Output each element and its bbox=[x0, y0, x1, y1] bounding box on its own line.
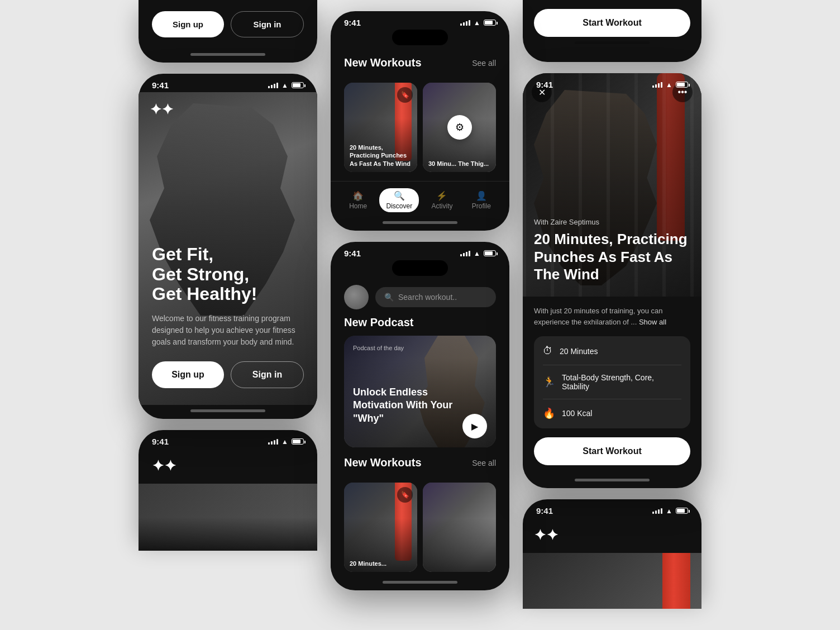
hw-card1-title: 20 Minutes... bbox=[350, 560, 412, 567]
hero-background: ✦✦ Get Fit,Get Strong,Get Healthy! Welco… bbox=[139, 92, 317, 405]
home-indicator-discover bbox=[383, 221, 457, 224]
detail-phone: 9:41 ▲ ✕ ••• bbox=[523, 73, 701, 488]
stat-calories: 🔥 100 Kcal bbox=[543, 407, 681, 419]
nav-activity[interactable]: ⚡ Activity bbox=[424, 188, 459, 212]
search-input[interactable]: Search workout.. bbox=[398, 293, 457, 302]
type-value: Total-Body Strength, Core, Stability bbox=[562, 373, 681, 391]
status-bar-detail: 9:41 ▲ bbox=[523, 73, 701, 92]
battery-detail bbox=[676, 82, 688, 88]
status-bar-partial: 9:41 ▲ bbox=[139, 430, 317, 448]
home-icon: 🏠 bbox=[352, 190, 364, 201]
home-phone: 9:41 ▲ 🔍 Search workout.. bbox=[331, 242, 509, 590]
left-top-partial: Sign up Sign in bbox=[139, 0, 317, 63]
home-workout-cards: 🔖 20 Minutes... bbox=[331, 483, 509, 576]
status-icons-bottom-partial: ▲ bbox=[652, 507, 688, 515]
status-bar-home: 9:41 ▲ bbox=[331, 242, 509, 260]
battery-discover bbox=[484, 20, 496, 26]
hero-info: With Zaire Septimus 20 Minutes, Practici… bbox=[534, 218, 690, 283]
wifi-partial: ▲ bbox=[281, 438, 288, 446]
time-partial: 9:41 bbox=[152, 437, 169, 446]
signal-discover bbox=[460, 20, 470, 26]
signin-button-partial[interactable]: Sign in bbox=[231, 11, 304, 37]
wifi-icon: ▲ bbox=[281, 82, 288, 89]
home-workouts-header: New Workouts See all bbox=[331, 456, 509, 483]
nav-discover[interactable]: 🔍 Discover bbox=[379, 188, 419, 212]
status-icons: ▲ bbox=[268, 82, 304, 89]
podcast-card[interactable]: Podcast of the day Unlock Endless Motiva… bbox=[344, 336, 496, 447]
status-icons-discover: ▲ bbox=[460, 19, 496, 27]
podcast-title: Unlock Endless Motivation With Your "Why… bbox=[353, 386, 462, 425]
partial-hero-bottom bbox=[523, 553, 701, 609]
bookmark-icon-home[interactable]: 🔖 bbox=[397, 487, 413, 503]
right-top-partial: Start Workout bbox=[523, 0, 701, 62]
time-bottom-partial: 9:41 bbox=[536, 506, 553, 516]
discover-phone: 9:41 ▲ New Workouts See all bbox=[331, 11, 509, 231]
home-see-all[interactable]: See all bbox=[472, 459, 496, 467]
duration-value: 20 Minutes bbox=[560, 347, 598, 356]
signin-button[interactable]: Sign in bbox=[231, 361, 304, 388]
search-input-wrap[interactable]: 🔍 Search workout.. bbox=[375, 287, 496, 307]
right-column: Start Workout 9:41 ▲ bbox=[523, 11, 701, 609]
status-bar-phone1: 9:41 ▲ bbox=[139, 74, 317, 92]
stat-type: 🏃 Total-Body Strength, Core, Stability bbox=[543, 373, 681, 391]
filter-button[interactable]: ⚙ bbox=[447, 115, 472, 140]
wifi-home: ▲ bbox=[474, 250, 480, 257]
signal-detail bbox=[652, 82, 662, 88]
gradient-overlay bbox=[139, 517, 317, 551]
right-bottom-partial: 9:41 ▲ ✦✦ bbox=[523, 499, 701, 609]
stat-divider-1 bbox=[543, 365, 681, 365]
start-workout-btn-top[interactable]: Start Workout bbox=[534, 9, 690, 37]
status-icons-home: ▲ bbox=[460, 250, 496, 257]
podcast-label: Podcast of the day bbox=[353, 345, 404, 351]
signal-bottom-partial bbox=[652, 508, 662, 514]
podcast-section: New Podcast Podcast of the day Unlock En… bbox=[331, 316, 509, 456]
hw-card2-overlay bbox=[423, 483, 496, 572]
dynamic-island-discover bbox=[392, 30, 448, 45]
nav-profile[interactable]: 👤 Profile bbox=[465, 188, 498, 212]
nav-home[interactable]: 🏠 Home bbox=[342, 188, 374, 212]
nav-profile-label: Profile bbox=[472, 202, 491, 210]
auth-buttons: Sign up Sign in bbox=[152, 361, 304, 388]
play-button[interactable]: ▶ bbox=[462, 414, 487, 438]
avatar-image bbox=[344, 285, 369, 309]
status-icons-partial: ▲ bbox=[268, 438, 304, 446]
signup-button[interactable]: Sign up bbox=[152, 361, 224, 388]
new-workouts-header: New Workouts See all bbox=[344, 56, 496, 69]
home-workout-card-1[interactable]: 🔖 20 Minutes... bbox=[344, 483, 417, 572]
home-indicator-partial bbox=[190, 53, 265, 56]
status-icons-detail: ▲ bbox=[652, 81, 688, 89]
stats-card: ⏱ 20 Minutes 🏃 Total-Body Strength, Core… bbox=[534, 336, 690, 428]
workout-title: 20 Minutes, Practicing Punches As Fast A… bbox=[534, 231, 690, 283]
workout-cards: 🔖 20 Minutes, Practicing Punches As Fast… bbox=[331, 83, 509, 181]
discover-icon: 🔍 bbox=[394, 190, 405, 201]
onboarding-subtext: Welcome to our fitness training program … bbox=[152, 313, 304, 348]
time-display: 9:41 bbox=[152, 80, 169, 90]
see-all-btn[interactable]: See all bbox=[472, 59, 496, 68]
signal-home bbox=[460, 251, 470, 256]
home-workouts-row: New Workouts See all bbox=[344, 456, 496, 469]
home-workout-card-2[interactable] bbox=[423, 483, 496, 572]
user-avatar bbox=[344, 285, 369, 309]
logo-bottom-partial: ✦✦ bbox=[523, 518, 701, 553]
workout-card-1[interactable]: 🔖 20 Minutes, Practicing Punches As Fast… bbox=[344, 83, 417, 172]
signup-button-partial[interactable]: Sign up bbox=[152, 11, 224, 37]
onboarding-content: Get Fit,Get Strong,Get Healthy! Welcome … bbox=[152, 245, 304, 388]
detail-hero: ✕ ••• With Zaire Septimus 20 Minutes, Pr… bbox=[523, 73, 701, 297]
time-home: 9:41 bbox=[344, 249, 361, 258]
battery-bottom-partial bbox=[676, 508, 688, 514]
start-workout-button[interactable]: Start Workout bbox=[534, 437, 690, 465]
bookmark-icon-1[interactable]: 🔖 bbox=[397, 87, 413, 103]
onboarding-headline: Get Fit,Get Strong,Get Healthy! bbox=[152, 245, 304, 304]
battery-icon bbox=[292, 82, 304, 88]
show-more-link[interactable]: Show all bbox=[639, 318, 666, 326]
time-detail: 9:41 bbox=[536, 80, 553, 89]
partial-hero bbox=[139, 484, 317, 551]
new-workouts-title: New Workouts bbox=[344, 56, 422, 69]
search-row: 🔍 Search workout.. bbox=[331, 278, 509, 316]
workout-card-2[interactable]: ⚙ 30 Minu... The Thig... bbox=[423, 83, 496, 172]
time-discover: 9:41 bbox=[344, 18, 361, 27]
stat-divider-2 bbox=[543, 399, 681, 399]
battery-home bbox=[484, 250, 496, 256]
search-icon: 🔍 bbox=[384, 293, 394, 302]
detail-body: With just 20 minutes of training, you ca… bbox=[523, 297, 701, 474]
